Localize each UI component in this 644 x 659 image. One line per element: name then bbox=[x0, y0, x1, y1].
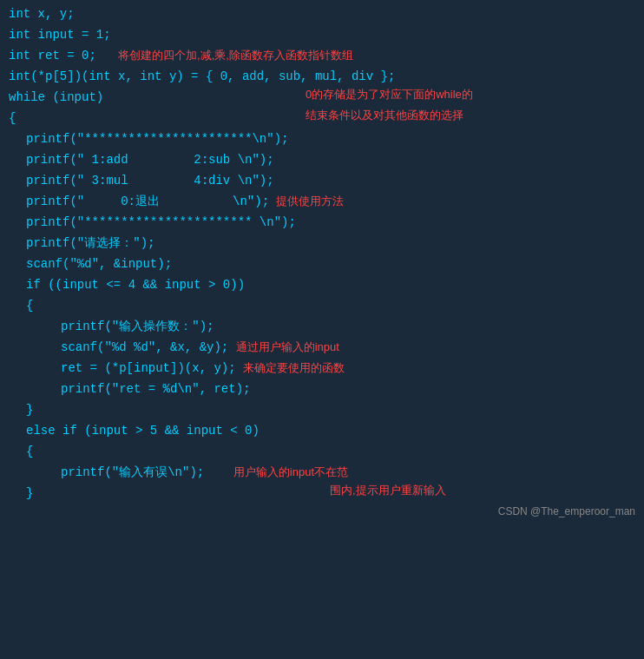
code-line-13: scanf("%d", &input); bbox=[0, 254, 644, 274]
code-line-12: printf("请选择："); bbox=[0, 233, 644, 254]
annotation-7: 用户输入的input不在范 bbox=[233, 465, 348, 478]
annotation-8: 围内,提示用户重新输入 bbox=[330, 483, 446, 498]
code-line-3: int ret = 0; 将创建的四个加,减,乘,除函数存入函数指针数组 bbox=[0, 45, 644, 66]
code-container: int x, y; int input = 1; int ret = 0; 将创… bbox=[0, 0, 644, 521]
code-line-19: printf("ret = %d\n", ret); bbox=[0, 379, 644, 399]
line-text-21: else if (input > 5 && input < 0) bbox=[0, 421, 260, 440]
code-line-11: printf("*********************** \n"); bbox=[0, 212, 644, 233]
annotation-2: 0的存储是为了对应下面的while的 bbox=[306, 87, 473, 102]
code-line-17: scanf("%d %d", &x, &y); 通过用户输入的input bbox=[0, 337, 644, 358]
line-text-18: ret = (*p[input])(x, y); 来确定要使用的函数 bbox=[0, 359, 345, 378]
annotation-4: 提供使用方法 bbox=[276, 194, 344, 208]
code-line-23b: } 围内,提示用户重新输入 bbox=[0, 483, 644, 504]
code-line-9: printf(" 3:mul 4:div \n"); bbox=[0, 170, 644, 191]
line-text-14: if ((input <= 4 && input > 0)) bbox=[0, 275, 245, 294]
annotation-1: 将创建的四个加,减,乘,除函数存入函数指针数组 bbox=[118, 49, 353, 62]
code-line-23: printf("输入有误\n"); 用户输入的input不在范 bbox=[0, 462, 644, 483]
line-text-20: } bbox=[0, 400, 33, 419]
line-text-16: printf("输入操作数："); bbox=[0, 317, 214, 336]
line-text-19: printf("ret = %d\n", ret); bbox=[0, 379, 250, 399]
line-text-5: while (input) bbox=[0, 88, 103, 107]
line-text-12: printf("请选择："); bbox=[0, 234, 154, 253]
code-line-1: int x, y; bbox=[0, 3, 644, 24]
code-line-22: { bbox=[0, 441, 644, 462]
code-line-15: { bbox=[0, 295, 644, 316]
line-text-6a: { bbox=[0, 109, 16, 128]
code-line-6-ann: { 结束条件以及对其他函数的选择 bbox=[0, 108, 644, 129]
annotation-3: 结束条件以及对其他函数的选择 bbox=[306, 108, 463, 123]
line-text-9: printf(" 3:mul 4:div \n"); bbox=[0, 171, 274, 190]
line-text-22: { bbox=[0, 442, 33, 461]
annotation-5: 通过用户输入的input bbox=[236, 340, 339, 353]
code-line-18: ret = (*p[input])(x, y); 来确定要使用的函数 bbox=[0, 358, 644, 379]
code-line-8: printf(" 1:add 2:sub \n"); bbox=[0, 149, 644, 170]
line-text-7: printf("***********************\n"); bbox=[0, 129, 288, 148]
line-text-4: int(*p[5])(int x, int y) = { 0, add, sub… bbox=[0, 67, 395, 86]
code-line-16: printf("输入操作数："); bbox=[0, 316, 644, 337]
line-text-11: printf("*********************** \n"); bbox=[0, 213, 296, 232]
line-text-13: scanf("%d", &input); bbox=[0, 254, 172, 273]
code-line-2: int input = 1; bbox=[0, 24, 644, 45]
code-line-4: int(*p[5])(int x, int y) = { 0, add, sub… bbox=[0, 66, 644, 87]
line-text-23: printf("输入有误\n"); 用户输入的input不在范 bbox=[0, 463, 348, 482]
code-line-21: else if (input > 5 && input < 0) bbox=[0, 420, 644, 441]
line-text-17: scanf("%d %d", &x, &y); 通过用户输入的input bbox=[0, 338, 339, 357]
line-text-2: int input = 1; bbox=[0, 25, 111, 44]
line-text-3: int ret = 0; 将创建的四个加,减,乘,除函数存入函数指针数组 bbox=[0, 46, 353, 65]
line-text-10: printf(" 0:退出 \n"); 提供使用方法 bbox=[0, 192, 344, 211]
code-line-5: while (input) 0的存储是为了对应下面的while的 bbox=[0, 87, 644, 108]
line-text-23b: } bbox=[0, 484, 33, 503]
code-line-10: printf(" 0:退出 \n"); 提供使用方法 bbox=[0, 191, 644, 212]
code-line-20: } bbox=[0, 399, 644, 420]
line-text-8: printf(" 1:add 2:sub \n"); bbox=[0, 150, 274, 169]
code-line-14: if ((input <= 4 && input > 0)) bbox=[0, 274, 644, 295]
annotation-6: 来确定要使用的函数 bbox=[243, 361, 345, 374]
code-line-7: printf("***********************\n"); bbox=[0, 129, 644, 149]
line-text-1: int x, y; bbox=[0, 4, 75, 23]
line-text-15: { bbox=[0, 296, 33, 315]
watermark: CSDN @The_emperoor_man bbox=[0, 504, 644, 517]
